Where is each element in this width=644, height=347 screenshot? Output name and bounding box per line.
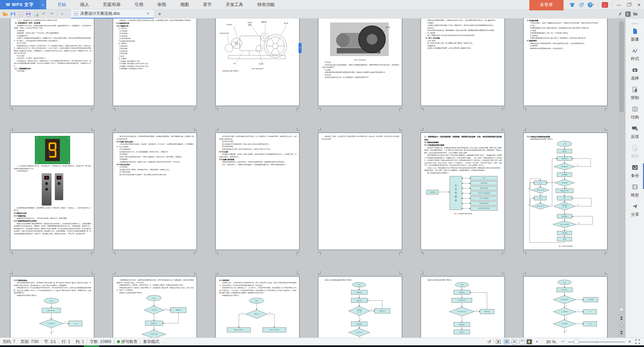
page-control-design[interactable]: 三、控制系统设计（包括控制逻辑、控制回路、控制算法等的选择，开机、停机等控制逻辑…	[421, 133, 505, 250]
page-floor-display[interactable]: 3.1.5 楼层显示当电梯上行时，上平层传感器会首先得电有信号，然后上平层信号一…	[215, 276, 300, 338]
menu-tab-3[interactable]: 页面布局	[96, 0, 127, 9]
menu-tab-8[interactable]: 开发工具	[219, 0, 250, 9]
sidebar-item-5[interactable]: 结构	[626, 103, 644, 123]
sidebar-item-10[interactable]: 分享	[626, 201, 644, 220]
zoom-out-button[interactable]: −	[559, 339, 566, 345]
page-safety-window[interactable]: 由于系统设计需要，安全回路将各安全开关串联，任一开关断开时，安全继电器释放，电梯…	[215, 133, 300, 250]
status-item-3[interactable]: 节: 1/1	[41, 339, 58, 345]
sidebar-item-2[interactable]: A样式	[626, 45, 644, 64]
menu-tab-6[interactable]: 视图	[173, 0, 196, 9]
scrollbar-thumb[interactable]	[619, 21, 624, 112]
sidebar-item-label: 选择	[631, 76, 639, 81]
sidebar-item-9[interactable]: 映射	[626, 181, 644, 201]
properties-icon	[632, 145, 638, 152]
toolbar-dropdown-icon[interactable]: ▾	[59, 10, 66, 17]
next-page-icon[interactable]	[618, 329, 625, 336]
folder-arrow-icon[interactable]	[632, 10, 639, 17]
restore-button[interactable]	[624, 0, 634, 9]
layout-mode-icon[interactable]: L	[624, 10, 631, 17]
print-preview-icon[interactable]	[33, 10, 40, 17]
export-pdf-icon[interactable]: A	[17, 10, 24, 17]
redo-icon[interactable]: ↷	[48, 10, 55, 17]
spellcheck-status[interactable]: 拼写检查	[114, 339, 140, 345]
status-item-5[interactable]: 列: 1	[73, 339, 87, 345]
zoom-slider[interactable]	[568, 339, 625, 344]
page-gearless-photo[interactable]: 曳引轮图2-4 无齿轮曳引机2) 导向轮导向轮安装在曳引机架或承重梁上，用来分开…	[318, 18, 402, 106]
page-logic-flow[interactable]: 3.1.2 电梯运行的逻辑控制流程图电梯的逻辑控制流程图如下图所示。上电初始化等…	[523, 133, 607, 250]
eye-protect-icon[interactable]	[527, 339, 532, 344]
undo-icon[interactable]: ↶	[40, 10, 47, 17]
page-text-plc[interactable]: 上下行、快慢速和开关门信号需要实现 PLC 程序的电气互锁。（2）单部电梯运行（…	[10, 18, 94, 106]
ink-pen-icon[interactable]	[616, 10, 624, 17]
fullscreen-icon[interactable]	[634, 339, 641, 345]
scroll-down-icon[interactable]	[618, 306, 625, 313]
document-tab[interactable]: W 决赛设计方案定稿.doc ✕	[71, 9, 154, 18]
page-classification[interactable]: 短的情况下，优化电梯运行距离以及系统起停总次数。从远来看静态分配，动态优化的原则…	[113, 18, 197, 106]
sidebar-item-3[interactable]: 选择	[626, 64, 644, 84]
sidebar-drag-handle[interactable]	[632, 23, 638, 24]
menu-tab-2[interactable]: 插入	[73, 0, 96, 9]
skin-icon[interactable]	[569, 1, 576, 8]
status-item-1[interactable]: 页码: 7	[0, 339, 18, 345]
heading: 4) 齿轮齿条电梯	[116, 37, 194, 40]
insert-blank-page-button[interactable]: +	[299, 43, 302, 53]
sidebar-item-6[interactable]: 反馈	[626, 123, 644, 142]
minimize-button[interactable]: —	[614, 0, 624, 9]
page-corner-mark	[10, 128, 13, 131]
new-tab-button[interactable]: +	[156, 10, 164, 18]
zoom-slider-knob[interactable]	[574, 339, 579, 344]
wps-logo[interactable]: W WPS 文字	[0, 0, 40, 9]
page-display-buttons[interactable]: 二寸 16 层显示器楼层显示器包括：分离式显示器、七段码显示器、发光管点阵显示器…	[10, 133, 94, 250]
menu-tab-7[interactable]: 章节	[196, 0, 219, 9]
page-direction-flow[interactable]: 开始信号登记是否同层呼叫开门候梯上方有呼叫上行下方有呼叫下行YNYNYN	[523, 276, 607, 338]
page-view-icon[interactable]	[504, 339, 509, 344]
status-item-4[interactable]: 行: 1	[59, 339, 73, 345]
status-item-2[interactable]: 页面: 7/30	[18, 339, 41, 345]
page-init-flow[interactable]: 3.1.3 电梯的初始化通过对电梯仿真软件的操作，发现电梯一开始停在最下端，即下…	[10, 276, 94, 338]
page-sparse-text[interactable]: 轿内操纵（手柄）上仅设有开关门控制按钮和一种小型指示灯等（无触点式）指示装置，以…	[318, 133, 402, 250]
sidebar-item-8[interactable]: 备份	[626, 162, 644, 181]
select-browse-object-icon[interactable]	[618, 322, 625, 329]
sidebar-item-7: 属性	[626, 142, 644, 162]
svg-text:继续运行: 继续运行	[484, 311, 490, 312]
open-file-icon[interactable]	[2, 10, 9, 17]
sidebar-item-4[interactable]: 限制	[626, 84, 644, 103]
page-run-flow[interactable]: 电梯运行停靠控制流程图如下图所示。开始电梯运行记忆呼叫信号是否到达目的层继续运行…	[421, 276, 505, 338]
history-icon[interactable]: ↺	[486, 339, 493, 345]
figure-caption: 图2-3 有齿轮曳引机	[219, 67, 297, 70]
vertical-scrollbar[interactable]	[618, 18, 625, 338]
menu-tab-4[interactable]: 引用	[127, 0, 150, 9]
page-corner-mark	[297, 252, 300, 255]
page-leveling[interactable]: 5. 平层感应装置它安装在轿厢上，每层一个隔磁板安装在井道中；当轿厢运行到平层位…	[523, 18, 607, 106]
menu-tab-9[interactable]: 特色功能	[250, 0, 282, 9]
web-view-icon[interactable]	[519, 339, 525, 344]
svg-text:N: N	[269, 311, 270, 313]
save-icon[interactable]	[9, 10, 16, 17]
weibo-icon[interactable]	[578, 1, 585, 8]
download-upgrade-icon[interactable]: ↓	[601, 1, 608, 8]
menu-tab-5[interactable]: 审阅	[150, 0, 173, 9]
svg-text:第一限位闭合: 第一限位闭合	[48, 323, 55, 324]
view-dropdown-caret[interactable]: ▾	[533, 339, 541, 345]
previous-page-icon[interactable]	[618, 314, 625, 321]
fit-page-icon[interactable]	[495, 339, 502, 345]
page-traction-diagram[interactable]: 马达风机制动器（抱闸）减速齿轮曳引轮盘车手轮/飞轮马达制动轮图2-3 有齿轮曳引…	[215, 18, 300, 106]
body-text: 限速器与安全钳是两个配合使用的部件。限速器安装在机房地面上，安全钳则安装在轿厢立…	[14, 222, 91, 235]
status-item-6[interactable]: 字数: 10989	[87, 339, 114, 345]
login-button[interactable]: 未登录	[529, 0, 564, 10]
heading: 2.2 对象特性分析	[116, 22, 194, 25]
page-door-protect[interactable]: 缓冲器安装在井道底坑内，分为蓄能型和耗能型两类。当轿厢或对重蹲底时，缓冲器吸收其…	[113, 133, 197, 250]
outline-view-icon[interactable]	[512, 339, 517, 344]
tab-close-icon[interactable]: ✕	[145, 11, 151, 16]
close-button[interactable]: ✕	[634, 0, 644, 9]
zoom-in-button[interactable]: +	[626, 339, 633, 345]
document-canvas[interactable]: 上下行、快慢速和开关门信号需要实现 PLC 程序的电气互锁。（2）单部电梯运行（…	[0, 18, 618, 338]
print-icon[interactable]	[25, 10, 32, 17]
logo-dropdown-caret[interactable]: ▾	[40, 0, 46, 9]
help-icon[interactable]: ?▾	[587, 1, 595, 8]
menu-tab-1[interactable]: 开始	[50, 0, 73, 9]
page-safety-parts[interactable]: 导靴安装在轿厢和对重架上，其靴衬套在导轨工作面上，保证轿厢和对重沿导轨运行，防止…	[421, 18, 505, 106]
page-speed-flow[interactable]: 电梯上行时电梯加减速流程图如下图所示。开始电梯运行低速运行目的楼层前一层高速运行…	[318, 276, 402, 338]
sidebar-item-1[interactable]: 新建	[626, 26, 644, 45]
page-door-flow[interactable]: 当轿厢载荷超过设定值时，电梯不响应轿厢的层站召唤，按登记的轿内指令行使。电梯超载…	[113, 276, 197, 338]
